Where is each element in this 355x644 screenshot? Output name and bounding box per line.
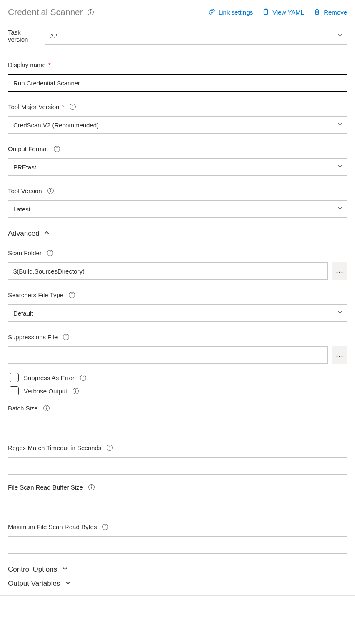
info-icon[interactable]: [106, 444, 113, 451]
max-file-scan-bytes-field: Maximum File Scan Read Bytes: [8, 523, 347, 554]
output-format-label: Output Format: [8, 145, 48, 152]
ellipsis-icon: [336, 267, 343, 275]
tool-version-select[interactable]: Latest: [8, 200, 347, 218]
svg-point-20: [339, 272, 340, 273]
svg-point-36: [75, 389, 76, 390]
regex-timeout-field: Regex Match Timeout in Seconds: [8, 444, 347, 475]
batch-size-field: Batch Size: [8, 405, 347, 435]
suppressions-file-input[interactable]: [8, 346, 328, 364]
ellipsis-icon: [336, 351, 343, 359]
page-title: Credential Scanner: [8, 7, 83, 17]
display-name-input[interactable]: [8, 74, 347, 92]
svg-point-29: [339, 356, 340, 357]
task-version-select[interactable]: 2.*: [45, 27, 347, 45]
info-icon[interactable]: [69, 103, 76, 110]
svg-point-27: [66, 336, 66, 336]
tool-version-field: Tool Version Latest: [8, 187, 347, 218]
verbose-output-label: Verbose Output: [24, 388, 67, 395]
view-yaml-label: View YAML: [272, 9, 304, 16]
info-icon[interactable]: [47, 249, 54, 256]
searchers-file-type-label: Searchers File Type: [8, 291, 63, 298]
link-settings-label: Link settings: [218, 9, 253, 16]
svg-point-33: [83, 376, 83, 376]
verbose-output-row: Verbose Output: [10, 386, 347, 395]
required-marker: *: [62, 103, 65, 110]
advanced-section-header[interactable]: Advanced: [8, 229, 347, 238]
suppress-as-error-row: Suppress As Error: [10, 373, 347, 382]
chevron-up-icon: [44, 230, 50, 237]
info-icon[interactable]: [102, 523, 109, 530]
searchers-file-type-select[interactable]: Default: [8, 304, 347, 322]
clipboard-icon: [262, 8, 270, 17]
chevron-down-icon: [62, 566, 68, 573]
file-scan-buffer-field: File Scan Read Buffer Size: [8, 484, 347, 514]
svg-point-18: [50, 251, 50, 252]
info-icon[interactable]: [53, 145, 60, 152]
info-icon[interactable]: [80, 374, 87, 381]
svg-point-9: [72, 105, 73, 106]
link-settings-button[interactable]: Link settings: [208, 8, 253, 17]
view-yaml-button[interactable]: View YAML: [262, 8, 304, 17]
suppress-as-error-label: Suppress As Error: [24, 374, 75, 381]
panel-header: Credential Scanner Link settings View YA…: [8, 7, 347, 17]
task-version-label: Task version: [8, 29, 39, 43]
svg-point-19: [337, 272, 338, 273]
regex-timeout-input[interactable]: [8, 457, 347, 475]
max-file-scan-bytes-label: Maximum File Scan Read Bytes: [8, 523, 97, 530]
info-icon[interactable]: [68, 291, 75, 298]
searchers-file-type-value: Default: [13, 310, 33, 317]
browse-button[interactable]: [332, 262, 347, 280]
tool-version-label: Tool Version: [8, 187, 42, 194]
browse-button[interactable]: [332, 346, 347, 364]
svg-point-12: [57, 147, 57, 148]
control-options-title: Control Options: [8, 565, 57, 574]
svg-point-48: [105, 525, 105, 526]
svg-point-45: [91, 486, 92, 486]
tool-major-version-field: Tool Major Version * CredScan V2 (Recomm…: [8, 103, 347, 134]
output-format-value: PREfast: [13, 164, 36, 171]
tool-major-version-label: Tool Major Version *: [8, 103, 64, 110]
tool-major-version-select[interactable]: CredScan V2 (Recommended): [8, 116, 347, 134]
required-marker: *: [48, 61, 51, 68]
suppressions-file-label: Suppressions File: [8, 333, 58, 341]
trash-icon: [313, 8, 321, 17]
info-icon[interactable]: [72, 388, 79, 395]
info-icon[interactable]: [88, 484, 95, 491]
batch-size-input[interactable]: [8, 418, 347, 435]
svg-point-39: [46, 407, 47, 407]
info-icon[interactable]: [47, 187, 54, 194]
advanced-section-title: Advanced: [8, 229, 40, 238]
output-format-field: Output Format PREfast: [8, 145, 347, 176]
suppressions-file-field: Suppressions File: [8, 333, 347, 364]
svg-point-24: [72, 293, 72, 294]
output-variables-section-header[interactable]: Output Variables: [8, 579, 347, 588]
scan-folder-label: Scan Folder: [8, 249, 42, 256]
display-name-label: Display name *: [8, 61, 51, 68]
remove-button[interactable]: Remove: [313, 8, 347, 17]
header-actions: Link settings View YAML Remove: [208, 8, 347, 17]
file-scan-buffer-input[interactable]: [8, 497, 347, 514]
svg-point-42: [110, 446, 110, 447]
max-file-scan-bytes-input[interactable]: [8, 536, 347, 554]
scan-folder-field: Scan Folder: [8, 249, 347, 280]
svg-point-21: [342, 272, 343, 273]
output-format-select[interactable]: PREfast: [8, 158, 347, 176]
suppress-as-error-checkbox[interactable]: [10, 373, 19, 382]
info-icon[interactable]: [43, 405, 50, 412]
info-icon[interactable]: [87, 9, 94, 16]
regex-timeout-label: Regex Match Timeout in Seconds: [8, 444, 101, 451]
remove-label: Remove: [324, 9, 347, 16]
info-icon[interactable]: [62, 333, 70, 341]
svg-point-15: [50, 189, 51, 190]
display-name-field: Display name *: [8, 61, 347, 92]
tool-major-version-value: CredScan V2 (Recommended): [13, 122, 99, 129]
output-variables-title: Output Variables: [8, 579, 60, 588]
file-scan-buffer-label: File Scan Read Buffer Size: [8, 484, 83, 491]
searchers-file-type-field: Searchers File Type Default: [8, 291, 347, 322]
scan-folder-input[interactable]: [8, 262, 328, 280]
tool-version-value: Latest: [13, 206, 30, 213]
verbose-output-checkbox[interactable]: [10, 386, 19, 395]
title-wrap: Credential Scanner: [8, 7, 94, 17]
svg-point-30: [342, 356, 343, 357]
control-options-section-header[interactable]: Control Options: [8, 565, 347, 574]
